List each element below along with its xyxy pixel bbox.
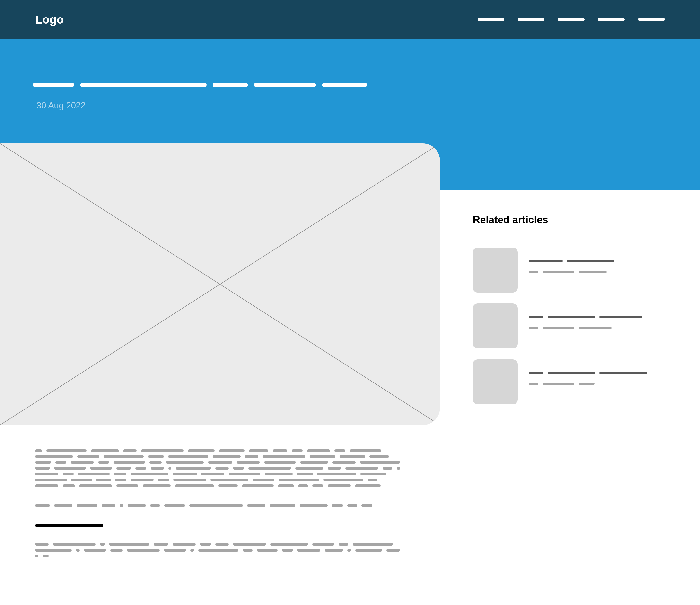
text-word <box>273 450 287 452</box>
text-word <box>143 484 171 487</box>
title-word <box>254 83 316 87</box>
text-word <box>115 479 126 481</box>
text-word <box>35 484 58 487</box>
nav-item[interactable] <box>478 18 504 21</box>
text-word <box>164 504 185 507</box>
text-word <box>109 543 149 546</box>
text-word <box>334 450 345 452</box>
text-word <box>78 473 109 476</box>
related-article[interactable] <box>473 359 671 404</box>
text-word <box>110 549 123 552</box>
text-word <box>77 504 97 507</box>
text-word <box>175 484 214 487</box>
text-word <box>168 455 208 458</box>
title-word <box>80 83 207 87</box>
text-word <box>270 504 295 507</box>
text-word <box>164 549 186 552</box>
text-word <box>397 467 400 469</box>
text-word <box>310 455 335 458</box>
text-word <box>90 467 112 469</box>
text-word <box>141 450 183 452</box>
text-word <box>71 461 94 464</box>
logo[interactable]: Logo <box>35 13 64 26</box>
text-word <box>154 543 168 546</box>
related-article[interactable] <box>473 304 671 348</box>
text-word <box>130 479 154 481</box>
text-word <box>249 450 268 452</box>
related-article[interactable] <box>473 247 671 293</box>
related-text <box>529 359 671 404</box>
text-word <box>360 461 400 464</box>
text-word <box>100 543 105 546</box>
text-word <box>213 455 241 458</box>
text-word <box>200 543 211 546</box>
text-word <box>150 504 160 507</box>
text-word <box>300 504 328 507</box>
meta-word <box>579 271 607 273</box>
related-meta <box>529 383 671 385</box>
text-word <box>353 543 393 546</box>
text-word <box>55 461 66 464</box>
title-word <box>567 260 615 262</box>
text-word <box>114 473 126 476</box>
text-word <box>278 484 294 487</box>
meta-word <box>579 383 595 385</box>
text-word <box>173 543 196 546</box>
nav-item[interactable] <box>558 18 584 21</box>
meta-word <box>543 327 574 329</box>
text-word <box>328 467 341 469</box>
hero-title <box>33 83 667 87</box>
related-text <box>529 247 671 293</box>
text-word <box>54 504 72 507</box>
text-word <box>350 450 381 452</box>
text-word <box>282 549 293 552</box>
nav-item[interactable] <box>638 18 665 21</box>
text-word <box>43 555 49 557</box>
text-word <box>35 549 72 552</box>
subheading <box>35 524 103 527</box>
text-word <box>317 473 356 476</box>
text-word <box>54 467 86 469</box>
text-word <box>35 543 49 546</box>
nav-item[interactable] <box>518 18 545 21</box>
related-title <box>529 371 671 374</box>
related-thumbnail <box>473 359 518 404</box>
text-word <box>219 450 245 452</box>
meta-word <box>543 271 574 273</box>
related-meta <box>529 271 671 273</box>
text-word <box>243 549 253 552</box>
text-word <box>312 543 334 546</box>
text-word <box>77 455 99 458</box>
title-word <box>213 83 248 87</box>
title-word <box>599 316 642 318</box>
text-word <box>91 450 119 452</box>
related-meta <box>529 327 671 329</box>
meta-word <box>543 383 574 385</box>
text-word <box>173 473 197 476</box>
hero-image-placeholder <box>0 143 440 425</box>
text-word <box>208 461 232 464</box>
text-word <box>355 484 381 487</box>
text-word <box>340 455 365 458</box>
text-word <box>114 461 145 464</box>
text-word <box>295 467 323 469</box>
text-word <box>35 455 73 458</box>
text-word <box>103 455 144 458</box>
text-word <box>102 504 115 507</box>
text-word <box>247 504 266 507</box>
text-word <box>245 455 258 458</box>
text-word <box>355 549 382 552</box>
related-title <box>529 260 671 262</box>
meta-word <box>579 327 611 329</box>
text-word <box>71 479 92 481</box>
meta-word <box>529 383 539 385</box>
nav-item[interactable] <box>598 18 625 21</box>
text-word <box>158 479 169 481</box>
text-word <box>117 467 131 469</box>
text-word <box>35 555 38 557</box>
text-word <box>46 450 86 452</box>
text-word <box>257 549 278 552</box>
meta-word <box>529 327 539 329</box>
text-word <box>300 461 328 464</box>
text-word <box>35 473 58 476</box>
